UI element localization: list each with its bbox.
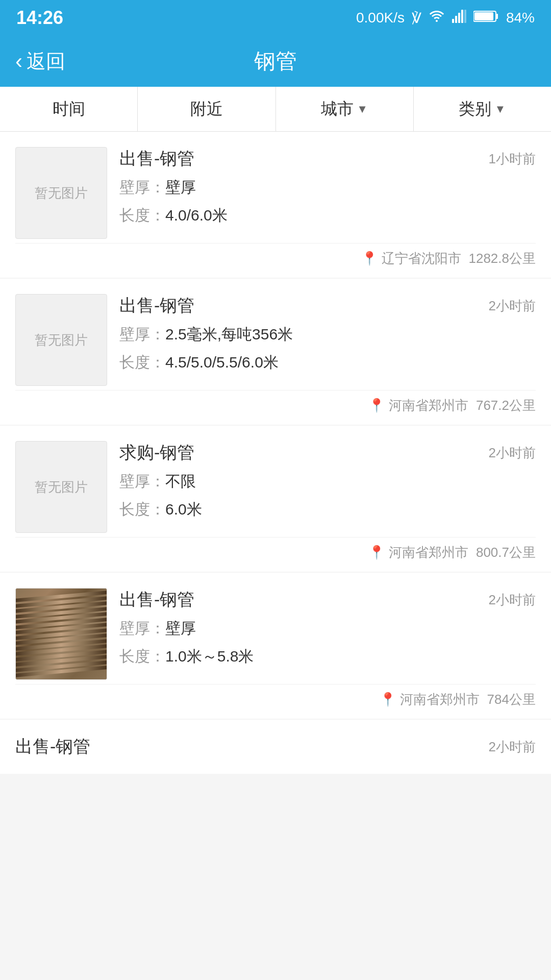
item-location: 辽宁省沈阳市 1282.8公里 xyxy=(382,250,536,267)
item-title: 出售-钢管 xyxy=(119,588,194,611)
status-bar: 14:26 0.00K/s ℣ xyxy=(0,0,551,36)
battery-icon xyxy=(473,10,499,26)
wifi-icon xyxy=(429,10,445,27)
filter-city-arrow-icon: ▼ xyxy=(357,103,368,116)
svg-rect-7 xyxy=(474,12,493,20)
header: ‹ 返回 钢管 xyxy=(0,36,551,87)
item-spec-length: 长度：4.5/5.0/5.5/6.0米 xyxy=(119,351,536,374)
back-button[interactable]: ‹ 返回 xyxy=(15,48,65,75)
svg-rect-4 xyxy=(464,10,466,23)
item-location: 河南省郑州市 800.7公里 xyxy=(389,544,536,561)
filter-category-arrow-icon: ▼ xyxy=(494,103,506,116)
steel-pipe-image xyxy=(16,589,107,679)
item-title: 出售-钢管 xyxy=(15,735,90,758)
bluetooth-icon: ℣ xyxy=(412,10,421,27)
filter-nearby[interactable]: 附近 xyxy=(138,87,276,131)
list-item[interactable]: 暂无图片 出售-钢管 1小时前 壁厚：壁厚 长度：4.0/6.0米 📍 辽宁省沈… xyxy=(0,132,551,278)
item-location-row: 📍 河南省郑州市 784公里 xyxy=(15,684,536,708)
no-image-label: 暂无图片 xyxy=(35,184,88,202)
status-time: 14:26 xyxy=(16,7,63,29)
item-thumbnail: 暂无图片 xyxy=(15,441,107,533)
item-details: 出售-钢管 2小时前 壁厚：2.5毫米,每吨356米 长度：4.5/5.0/5.… xyxy=(119,294,536,386)
product-list: 暂无图片 出售-钢管 1小时前 壁厚：壁厚 长度：4.0/6.0米 📍 辽宁省沈… xyxy=(0,132,551,774)
page-title: 钢管 xyxy=(254,47,297,76)
item-location-row: 📍 河南省郑州市 767.2公里 xyxy=(15,390,536,414)
item-thumbnail: 暂无图片 xyxy=(15,147,107,239)
item-thumbnail: 暂无图片 xyxy=(15,294,107,386)
back-arrow-icon: ‹ xyxy=(15,51,22,72)
item-spec-length: 长度：6.0米 xyxy=(119,498,536,521)
item-spec-length: 长度：4.0/6.0米 xyxy=(119,204,536,227)
item-spec-wallthickness: 壁厚：2.5毫米,每吨356米 xyxy=(119,323,536,346)
filter-city-label: 城市 xyxy=(321,98,354,120)
item-time: 2小时前 xyxy=(489,297,536,315)
filter-time-label: 时间 xyxy=(53,98,85,120)
item-details: 出售-钢管 2小时前 壁厚：壁厚 长度：1.0米～5.8米 xyxy=(119,588,536,680)
item-time: 1小时前 xyxy=(489,150,536,168)
svg-rect-3 xyxy=(461,10,463,23)
item-location-row: 📍 辽宁省沈阳市 1282.8公里 xyxy=(15,243,536,267)
item-title: 求购-钢管 xyxy=(119,441,194,464)
status-icons: 0.00K/s ℣ 84 xyxy=(356,10,535,27)
item-title: 出售-钢管 xyxy=(119,294,194,317)
filter-nearby-label: 附近 xyxy=(190,98,223,120)
back-label: 返回 xyxy=(27,48,65,75)
filter-category[interactable]: 类别 ▼ xyxy=(414,87,551,131)
item-location: 河南省郑州市 767.2公里 xyxy=(389,397,536,414)
location-icon: 📍 xyxy=(368,398,385,413)
item-details: 出售-钢管 2小时前 xyxy=(15,735,536,758)
no-image-label: 暂无图片 xyxy=(35,478,88,496)
svg-rect-6 xyxy=(496,14,498,19)
item-time: 2小时前 xyxy=(489,444,536,462)
item-title: 出售-钢管 xyxy=(119,147,194,170)
filter-category-label: 类别 xyxy=(459,98,491,120)
list-item[interactable]: 暂无图片 出售-钢管 2小时前 壁厚：2.5毫米,每吨356米 长度：4.5/5… xyxy=(0,279,551,425)
filter-time[interactable]: 时间 xyxy=(0,87,138,131)
item-time: 2小时前 xyxy=(489,738,536,756)
item-location: 河南省郑州市 784公里 xyxy=(400,691,536,708)
signal-icon xyxy=(452,10,466,27)
svg-rect-2 xyxy=(458,13,460,23)
list-item[interactable]: 出售-钢管 2小时前 壁厚：壁厚 长度：1.0米～5.8米 📍 河南省郑州市 7… xyxy=(0,573,551,719)
item-thumbnail xyxy=(15,588,107,680)
item-spec-length: 长度：1.0米～5.8米 xyxy=(119,645,536,668)
item-location-row: 📍 河南省郑州市 800.7公里 xyxy=(15,537,536,561)
svg-rect-0 xyxy=(452,19,454,23)
location-icon: 📍 xyxy=(361,251,378,266)
item-details: 出售-钢管 1小时前 壁厚：壁厚 长度：4.0/6.0米 xyxy=(119,147,536,239)
item-spec-wallthickness: 壁厚：壁厚 xyxy=(119,617,536,640)
svg-rect-1 xyxy=(455,16,457,23)
list-item[interactable]: 暂无图片 求购-钢管 2小时前 壁厚：不限 长度：6.0米 📍 河南省郑州市 8… xyxy=(0,426,551,572)
location-icon: 📍 xyxy=(380,692,396,707)
network-speed: 0.00K/s xyxy=(356,10,405,26)
item-details: 求购-钢管 2小时前 壁厚：不限 长度：6.0米 xyxy=(119,441,536,533)
battery-percent: 84% xyxy=(506,10,535,26)
item-time: 2小时前 xyxy=(489,591,536,609)
no-image-label: 暂无图片 xyxy=(35,331,88,349)
item-spec-wallthickness: 壁厚：壁厚 xyxy=(119,176,536,199)
list-item[interactable]: 出售-钢管 2小时前 xyxy=(0,720,551,774)
filter-bar: 时间 附近 城市 ▼ 类别 ▼ xyxy=(0,87,551,132)
item-spec-wallthickness: 壁厚：不限 xyxy=(119,470,536,493)
location-icon: 📍 xyxy=(368,545,385,560)
filter-city[interactable]: 城市 ▼ xyxy=(276,87,414,131)
